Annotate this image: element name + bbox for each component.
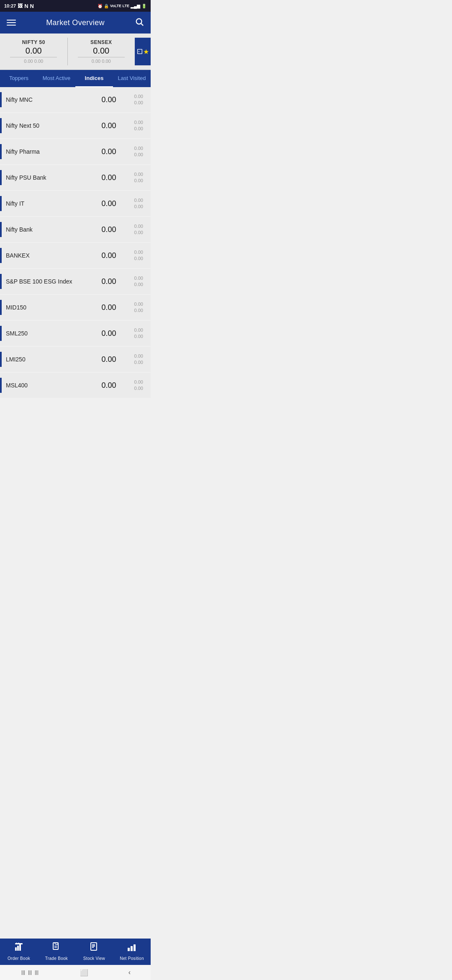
index-row[interactable]: Nifty Next 50 0.00 0.00 0.00 (0, 113, 151, 138)
index-bar (0, 352, 2, 367)
lte-label: VoLTE LTE (110, 4, 129, 8)
nifty-label: NIFTY 50 (4, 39, 63, 45)
index-row[interactable]: Nifty Bank 0.00 0.00 0.00 (0, 217, 151, 242)
index-name: SML250 (6, 330, 94, 337)
hamburger-menu-button[interactable] (7, 20, 16, 26)
tab-toppers[interactable]: Toppers (0, 70, 38, 87)
nifty-divider (10, 57, 57, 57)
index-change1: 0.00 (123, 93, 143, 100)
notification-icon: 🖼 (18, 3, 23, 9)
index-row[interactable]: MSL400 0.00 0.00 0.00 (0, 373, 151, 398)
index-row[interactable]: Nifty IT 0.00 0.00 0.00 (0, 191, 151, 216)
svg-rect-2 (138, 49, 142, 54)
index-change2: 0.00 (123, 359, 143, 366)
sensex-ticker[interactable]: SENSEX 0.00 0.00 0.00 (67, 38, 135, 65)
index-row[interactable]: Nifty MNC 0.00 0.00 0.00 (0, 87, 151, 112)
index-value: 0.00 (94, 355, 123, 364)
index-name: MSL400 (6, 382, 94, 389)
index-bar (0, 248, 2, 263)
index-change1: 0.00 (123, 353, 143, 359)
index-changes: 0.00 0.00 (123, 353, 146, 366)
nifty-change: 0.00 0.00 (4, 59, 63, 64)
network-icon-n2: N (30, 3, 34, 9)
tab-last-visited[interactable]: Last Visited (113, 70, 151, 87)
index-row[interactable]: Nifty Pharma 0.00 0.00 0.00 (0, 139, 151, 164)
index-change2: 0.00 (123, 230, 143, 236)
index-row[interactable]: LMI250 0.00 0.00 0.00 (0, 347, 151, 372)
index-bar (0, 300, 2, 315)
header: Market Overview (0, 12, 151, 34)
index-change1: 0.00 (123, 275, 143, 281)
index-change1: 0.00 (123, 249, 143, 255)
index-changes: 0.00 0.00 (123, 275, 146, 288)
index-row[interactable]: S&P BSE 100 ESG Index 0.00 0.00 0.00 (0, 269, 151, 294)
index-bar (0, 196, 2, 211)
index-value: 0.00 (94, 121, 123, 130)
index-value: 0.00 (94, 329, 123, 338)
indices-list: Nifty MNC 0.00 0.00 0.00 Nifty Next 50 0… (0, 87, 151, 436)
index-change1: 0.00 (123, 301, 143, 307)
index-name: Nifty Bank (6, 226, 94, 233)
index-name: S&P BSE 100 ESG Index (6, 278, 94, 285)
index-bar (0, 378, 2, 393)
index-value: 0.00 (94, 95, 123, 104)
svg-point-0 (136, 18, 142, 24)
index-changes: 0.00 0.00 (123, 93, 146, 106)
search-button[interactable] (135, 17, 144, 28)
svg-line-1 (141, 23, 143, 26)
index-change2: 0.00 (123, 204, 143, 210)
index-change1: 0.00 (123, 145, 143, 152)
status-left: 10:27 🖼 N N (4, 3, 34, 9)
ticker-watchlist-button[interactable]: ★ (135, 38, 151, 65)
index-name: LMI250 (6, 356, 94, 363)
index-change1: 0.00 (123, 197, 143, 204)
index-change1: 0.00 (123, 171, 143, 178)
index-row[interactable]: SML250 0.00 0.00 0.00 (0, 321, 151, 346)
index-value: 0.00 (94, 251, 123, 260)
index-row[interactable]: MID150 0.00 0.00 0.00 (0, 295, 151, 320)
index-changes: 0.00 0.00 (123, 197, 146, 210)
index-name: MID150 (6, 304, 94, 311)
index-change1: 0.00 (123, 223, 143, 230)
index-name: Nifty Pharma (6, 148, 94, 155)
index-changes: 0.00 0.00 (123, 145, 146, 158)
index-bar (0, 222, 2, 237)
index-change2: 0.00 (123, 100, 143, 106)
page-title: Market Overview (46, 18, 105, 27)
nifty-ticker[interactable]: NIFTY 50 0.00 0.00 0.00 (0, 38, 67, 65)
index-row[interactable]: BANKEX 0.00 0.00 0.00 (0, 243, 151, 268)
index-changes: 0.00 0.00 (123, 249, 146, 262)
battery-icon: 🔋 (141, 4, 146, 8)
alarm-icon: ⏰ (98, 4, 103, 8)
index-changes: 0.00 0.00 (123, 379, 146, 392)
index-name: Nifty IT (6, 200, 94, 207)
index-change1: 0.00 (123, 327, 143, 333)
index-name: BANKEX (6, 252, 94, 259)
index-bar (0, 92, 2, 107)
index-changes: 0.00 0.00 (123, 119, 146, 132)
index-change2: 0.00 (123, 126, 143, 132)
tab-indices[interactable]: Indices (75, 70, 113, 87)
index-changes: 0.00 0.00 (123, 171, 146, 184)
index-change1: 0.00 (123, 379, 143, 385)
index-value: 0.00 (94, 381, 123, 390)
index-row[interactable]: Nifty PSU Bank 0.00 0.00 0.00 (0, 165, 151, 190)
index-bar (0, 118, 2, 133)
index-value: 0.00 (94, 199, 123, 208)
sensex-label: SENSEX (72, 39, 131, 45)
index-name: Nifty MNC (6, 96, 94, 103)
status-bar: 10:27 🖼 N N ⏰ 🔒 VoLTE LTE ▂▄▆ 🔋 (0, 0, 151, 12)
sim-icon: 🔒 (104, 4, 109, 8)
index-value: 0.00 (94, 173, 123, 182)
index-name: Nifty PSU Bank (6, 174, 94, 181)
status-right: ⏰ 🔒 VoLTE LTE ▂▄▆ 🔋 (98, 4, 146, 8)
tab-most-active[interactable]: Most Active (38, 70, 75, 87)
index-name: Nifty Next 50 (6, 122, 94, 129)
index-value: 0.00 (94, 303, 123, 312)
network-icon-n1: N (24, 3, 28, 9)
index-change2: 0.00 (123, 152, 143, 158)
index-value: 0.00 (94, 147, 123, 156)
market-tabs: Toppers Most Active Indices Last Visited (0, 70, 151, 87)
index-changes: 0.00 0.00 (123, 327, 146, 340)
index-changes: 0.00 0.00 (123, 301, 146, 314)
